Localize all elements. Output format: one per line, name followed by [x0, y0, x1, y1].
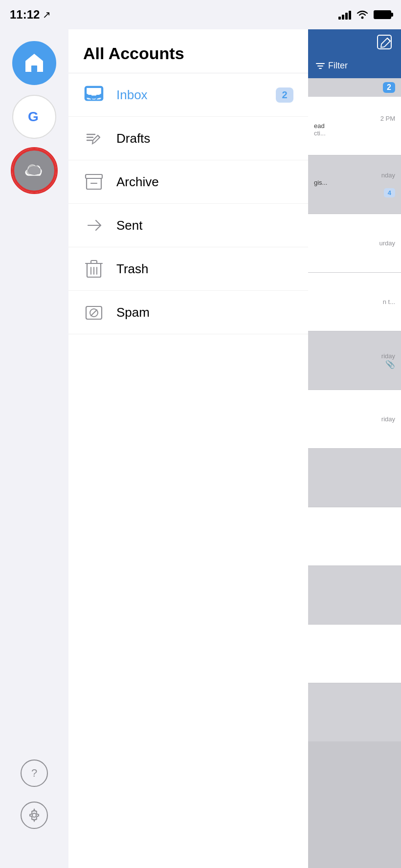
svg-point-0 — [361, 17, 364, 19]
spam-icon — [83, 302, 105, 323]
menu-title: All Accounts — [83, 44, 184, 63]
inbox-badge: 2 — [276, 87, 293, 103]
email-count-badge: 4 — [384, 188, 395, 197]
sidebar-bottom: ? — [21, 760, 48, 829]
google-account[interactable]: G G — [12, 95, 56, 139]
email-snippet-1: ead — [314, 122, 395, 130]
menu-panel: All Accounts Inbox 2 — [68, 29, 308, 868]
email-row-1[interactable]: 2 PM ead cti... — [308, 97, 401, 155]
svg-rect-18 — [86, 174, 102, 178]
right-panel: Filter 2 2 PM ead cti... nday gis... 4 u… — [308, 0, 401, 868]
email-row-10[interactable] — [308, 625, 401, 683]
email-time-4: n t... — [314, 298, 395, 305]
email-time-3: urday — [314, 239, 395, 247]
svg-line-30 — [387, 38, 390, 41]
email-snippet-2: gis... — [314, 179, 395, 186]
email-row-9[interactable] — [308, 566, 401, 625]
email-row-6[interactable]: riday — [308, 390, 401, 449]
trash-icon — [83, 258, 105, 280]
wifi-icon — [356, 10, 369, 20]
drafts-menu-item[interactable]: Drafts — [68, 117, 308, 160]
archive-icon — [83, 171, 105, 193]
sent-label: Sent — [116, 218, 293, 233]
cloud-account[interactable] — [12, 149, 56, 193]
inbox-count-badge: 2 — [383, 82, 395, 93]
status-time: 11:12 — [10, 8, 40, 22]
email-row-7[interactable] — [308, 449, 401, 507]
email-row-2[interactable]: nday gis... 4 — [308, 155, 401, 214]
svg-text:G: G — [28, 109, 39, 124]
menu-header: All Accounts — [68, 29, 308, 73]
email-row-11[interactable] — [308, 683, 401, 742]
signal-bars-icon — [338, 10, 351, 20]
sidebar: G G ? — [0, 0, 68, 868]
archive-menu-item[interactable]: Archive — [68, 160, 308, 204]
status-bar: 11:12 ↗ — [0, 0, 401, 29]
email-snippet-1b: cti... — [314, 130, 395, 137]
inbox-icon — [83, 84, 105, 106]
archive-label: Archive — [116, 174, 293, 190]
filter-button[interactable]: Filter — [315, 61, 394, 71]
drafts-label: Drafts — [116, 131, 293, 146]
email-badge-row: 4 — [314, 188, 395, 197]
filter-icon — [315, 61, 325, 71]
svg-point-9 — [32, 813, 36, 817]
inbox-count-row: 2 — [308, 78, 401, 97]
trash-label: Trash — [116, 261, 293, 277]
settings-button[interactable] — [21, 802, 48, 829]
svg-line-28 — [91, 310, 97, 316]
filter-label: Filter — [328, 61, 348, 71]
status-icons — [338, 10, 391, 20]
gear-icon — [27, 808, 42, 823]
inbox-label: Inbox — [116, 87, 264, 103]
spam-menu-item[interactable]: Spam — [68, 291, 308, 334]
spam-label: Spam — [116, 305, 293, 320]
attachment-icon: 📎 — [314, 360, 395, 369]
svg-line-17 — [98, 135, 100, 137]
email-row-3[interactable]: urday — [308, 214, 401, 273]
help-button[interactable]: ? — [21, 760, 48, 787]
email-row-5[interactable]: riday 📎 — [308, 331, 401, 390]
location-icon: ↗ — [43, 9, 51, 21]
battery-icon — [374, 10, 391, 19]
svg-marker-4 — [25, 55, 43, 62]
svg-rect-3 — [31, 65, 37, 72]
sent-menu-item[interactable]: Sent — [68, 204, 308, 247]
sent-icon — [83, 215, 105, 236]
email-time-1: 2 PM — [314, 115, 395, 122]
compose-button[interactable] — [377, 34, 394, 52]
email-time-6: riday — [314, 415, 395, 423]
drafts-icon — [83, 128, 105, 149]
help-icon: ? — [31, 767, 37, 780]
menu-list: Inbox 2 Drafts — [68, 73, 308, 334]
email-row-8[interactable] — [308, 507, 401, 566]
inbox-menu-item[interactable]: Inbox 2 — [68, 73, 308, 117]
home-account[interactable] — [12, 41, 56, 85]
email-time-2: nday — [314, 172, 395, 179]
email-row-4[interactable]: n t... — [308, 273, 401, 331]
email-time-5: riday — [314, 352, 395, 360]
trash-menu-item[interactable]: Trash — [68, 247, 308, 291]
